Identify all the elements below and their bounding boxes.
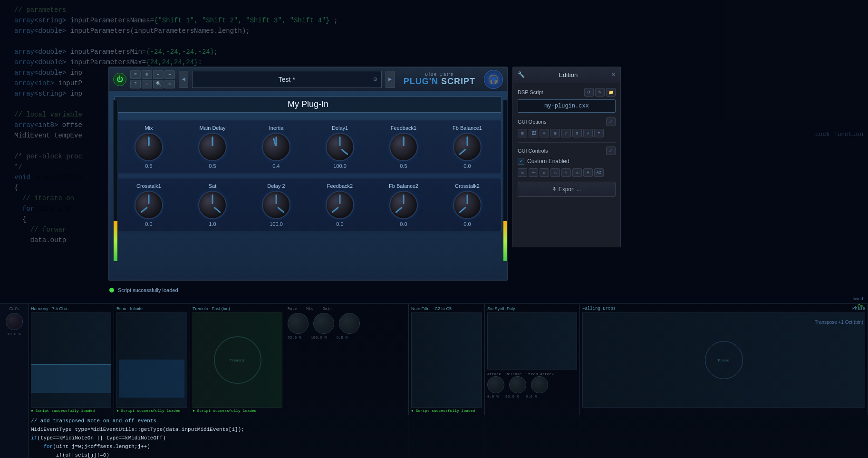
knob-value-sat: 1.0 [209, 221, 216, 227]
track-content-harmony [31, 312, 111, 408]
knob-value-inertia: 0.4 [272, 163, 280, 169]
vu-fill-left [114, 221, 117, 262]
attack-knob[interactable] [487, 376, 504, 393]
attack-label: Attack [487, 372, 501, 376]
dsp-refresh-btn[interactable]: ↺ [584, 88, 594, 97]
ctrl-link-btn[interactable]: ⤷ [561, 168, 571, 177]
bg-code-right: lock function [815, 131, 863, 138]
ctrl-text-az-btn[interactable]: Az [594, 168, 604, 177]
tremolo-circle: Tremolo [214, 336, 261, 384]
tremolo-label: Tremolo [230, 358, 246, 362]
track-status-echo: ● Script successfully loaded [116, 409, 187, 413]
tremolo-values: 92.0 % 100.0 % 6.5 % [288, 335, 406, 340]
daw-knob-1[interactable] [6, 313, 23, 330]
toolbar-search-btn[interactable]: 🔍 [153, 80, 164, 88]
knob-crosstalk2[interactable] [453, 191, 482, 219]
release-knob[interactable] [509, 376, 526, 393]
knob-label-feedback2: Feedback2 [327, 183, 353, 189]
knob-value-delay1: 100.0 [333, 163, 347, 169]
knob-inertia[interactable] [262, 133, 290, 161]
toolbar-menu-btn[interactable]: ≡ [130, 70, 141, 79]
toolbar-undo-btn[interactable]: ↩ [153, 70, 164, 79]
track-status-tremolo: ● Script successfully loaded [193, 409, 282, 413]
knob-cell-inertia: Inertia 0.4 [246, 125, 307, 169]
code-line: array<double> inputParametersMax={24,24,… [5, 57, 863, 68]
ctrl-eq-btn[interactable]: ⊞ [572, 168, 582, 177]
gain-value: 6.5 % [336, 335, 347, 340]
gain-knob[interactable] [339, 313, 360, 334]
ctrl-fader-btn[interactable]: ⊟ [550, 168, 560, 177]
knob-cell-delay1: Delay1 100.0 [309, 125, 370, 169]
gui-settings-btn[interactable]: ⚙ [572, 129, 582, 137]
pitch-attack-knob[interactable] [531, 376, 548, 393]
knobs-grid: Mix 0.5 Main Delay 0.5 Inertia [114, 120, 502, 232]
gui-options-expand-btn[interactable]: ⤢ [606, 117, 616, 126]
ctrl-grid-btn[interactable]: ⊞ [518, 168, 527, 177]
dsp-script-section-title: DSP Script ↺ ✎ 📁 [518, 88, 616, 97]
gui-grid-btn[interactable]: ⊞ [518, 129, 527, 137]
ctrl-text-a-btn[interactable]: A [583, 168, 593, 177]
toolbar-settings-btn[interactable]: ⚙ [142, 70, 152, 79]
knob-delay2[interactable] [262, 191, 290, 219]
gui-transform-btn[interactable]: ⇄ [583, 129, 593, 137]
daw-channel-strip-left: Cat's 10.0 % [0, 304, 29, 458]
knob-main-delay[interactable] [198, 133, 227, 161]
gui-move-btn[interactable]: ⤢ [561, 129, 571, 137]
knob-mix[interactable] [135, 133, 163, 161]
knob-label-delay1: Delay1 [332, 125, 348, 131]
custom-enabled-checkbox[interactable]: ✓ [518, 158, 524, 165]
mix-value: 100.0 % [311, 335, 327, 340]
toolbar-help-btn[interactable]: ? [130, 80, 141, 88]
transpose-label: Transpose +1 Oct (bin) [815, 320, 863, 325]
preset-prev-btn[interactable]: ◀ [179, 71, 188, 88]
track-label-echo: Echo - Infinite [116, 306, 187, 311]
divider-1 [518, 142, 616, 143]
export-button[interactable]: ↟ Export ... [518, 182, 616, 197]
pitch-attack-value: 0.0 % [526, 394, 537, 399]
close-button[interactable]: × [612, 71, 616, 79]
knob-feedback2[interactable] [326, 191, 354, 219]
edition-body: DSP Script ↺ ✎ 📁 my-plugin.cxx GUI Optio… [513, 83, 620, 202]
knob-value-fb-balance1: 0.0 [463, 163, 471, 169]
pitch-attack-label: Pitch Attack [526, 372, 554, 376]
dsp-folder-btn[interactable]: 📁 [606, 88, 616, 97]
falling-drops-label: Falling Drops [582, 306, 616, 311]
custom-enabled-label: Custom Enabled [527, 158, 569, 165]
gui-list-btn[interactable]: ≡ [540, 129, 549, 137]
knob-cell-fb-balance1: Fb Balance1 0.0 [437, 125, 498, 169]
knob-crosstalk1[interactable] [135, 191, 163, 219]
sin-synth-labels: Attack Release Pitch Attack [487, 372, 577, 376]
knob-label-sat: Sat [209, 183, 217, 189]
ctrl-wave-btn[interactable]: 〜 [529, 168, 538, 177]
rate-knob[interactable] [288, 313, 309, 334]
status-dot [109, 288, 114, 292]
knob-sat[interactable] [198, 191, 227, 219]
preset-next-btn[interactable]: ▶ [386, 71, 395, 88]
dsp-script-field: my-plugin.cxx [518, 99, 616, 113]
toolbar-info-btn[interactable]: i [142, 80, 152, 88]
code-line: array<double> inputParametersMin={-24,-2… [5, 47, 863, 57]
ctrl-knob-btn[interactable]: ⊕ [540, 168, 549, 177]
plugin-status-bar: Script successfully loaded [109, 287, 178, 293]
knobs-row-2: Crosstalk1 0.0 Sat 1.0 Delay 2 [114, 178, 502, 232]
toolbar-redo-btn[interactable]: ↪ [164, 70, 175, 79]
code-line: // parameters [5, 5, 863, 15]
knob-cell-feedback1: Feedback1 0.5 [373, 125, 434, 169]
knob-fb-balance2[interactable] [389, 191, 418, 219]
gui-controls-expand-btn[interactable]: ⤢ [606, 146, 616, 155]
gui-table-btn[interactable]: ⊟ [550, 129, 560, 137]
gui-img-btn[interactable]: 🖼 [529, 129, 538, 137]
knob-fb-balance1[interactable] [453, 133, 482, 161]
knob-delay1[interactable] [326, 133, 354, 161]
gui-extra-btn[interactable]: + [594, 129, 604, 137]
dsp-edit-btn[interactable]: ✎ [595, 88, 605, 97]
daw-tracks: Harmony - 7th Cho... ● Script successful… [29, 304, 868, 458]
knob-feedback1[interactable] [389, 133, 418, 161]
mix-knob[interactable] [313, 313, 334, 334]
power-button[interactable]: ⏻ [113, 73, 126, 86]
knob-cell-fb-balance2: Fb Balance2 0.0 [373, 183, 434, 227]
code-line: array<double> inputParameters(inputParam… [5, 26, 863, 36]
track-label-note-filter: Note Filter - C2 to C5 [411, 306, 482, 311]
bottom-code-overlay: // add transposed Note on and off events… [29, 415, 868, 458]
toolbar-edit-btn[interactable]: ✎ [164, 80, 175, 88]
